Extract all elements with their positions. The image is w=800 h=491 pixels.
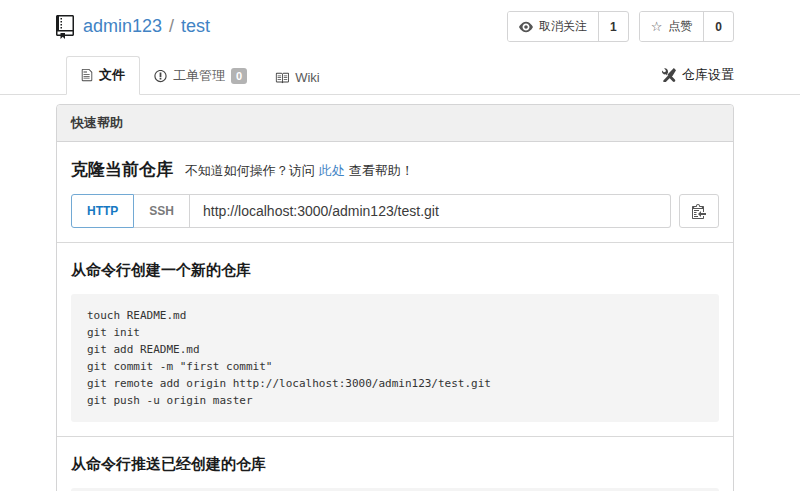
tab-settings-label: 仓库设置 bbox=[682, 66, 734, 84]
tab-wiki-label: Wiki bbox=[295, 70, 320, 85]
issue-icon bbox=[154, 69, 167, 83]
watch-button-group: 取消关注 1 bbox=[507, 11, 629, 42]
star-button-group: ☆ 点赞 0 bbox=[639, 11, 734, 42]
repo-actions: 取消关注 1 ☆ 点赞 0 bbox=[507, 11, 734, 42]
tab-wiki[interactable]: Wiki bbox=[261, 61, 334, 95]
breadcrumb: admin123 / test bbox=[56, 15, 210, 39]
create-repo-title: 从命令行创建一个新的仓库 bbox=[71, 261, 719, 280]
push-repo-segment: 从命令行推送已经创建的仓库 git remote add origin http… bbox=[57, 436, 733, 491]
panel-header: 快速帮助 bbox=[57, 105, 733, 142]
repo-tabbar: 文件 工单管理 0 Wiki 仓库设置 bbox=[0, 55, 800, 95]
repo-book-icon bbox=[56, 15, 74, 39]
tab-issues-label: 工单管理 bbox=[173, 67, 225, 85]
eye-icon bbox=[519, 20, 533, 34]
clone-hint: 不知道如何操作？访问此处查看帮助！ bbox=[185, 163, 414, 178]
unwatch-button[interactable]: 取消关注 bbox=[508, 12, 598, 41]
help-link[interactable]: 此处 bbox=[319, 163, 345, 178]
clone-hint-after: 查看帮助！ bbox=[349, 163, 414, 178]
create-repo-code-block: touch README.md git init git add README.… bbox=[71, 294, 719, 422]
create-repo-segment: 从命令行创建一个新的仓库 touch README.md git init gi… bbox=[57, 242, 733, 436]
file-icon bbox=[81, 68, 93, 82]
clone-hint-before: 不知道如何操作？访问 bbox=[185, 163, 315, 178]
tab-files-label: 文件 bbox=[99, 66, 125, 84]
unwatch-label: 取消关注 bbox=[539, 18, 587, 35]
tab-files[interactable]: 文件 bbox=[66, 56, 140, 95]
wiki-book-icon bbox=[275, 71, 289, 85]
tab-issues[interactable]: 工单管理 0 bbox=[140, 58, 261, 95]
ssh-protocol-button[interactable]: SSH bbox=[134, 194, 190, 228]
clone-url-input[interactable] bbox=[190, 194, 671, 228]
breadcrumb-separator: / bbox=[169, 16, 174, 37]
issues-count-badge: 0 bbox=[231, 68, 247, 84]
tab-repo-settings[interactable]: 仓库设置 bbox=[662, 57, 734, 94]
clipboard-icon bbox=[692, 203, 706, 219]
star-button[interactable]: ☆ 点赞 bbox=[640, 12, 704, 41]
watchers-count[interactable]: 1 bbox=[598, 12, 628, 41]
clone-url-row: HTTP SSH bbox=[71, 194, 719, 228]
copy-clone-url-button[interactable] bbox=[679, 194, 719, 228]
star-icon: ☆ bbox=[651, 20, 663, 33]
star-label: 点赞 bbox=[668, 18, 692, 35]
repo-owner-link[interactable]: admin123 bbox=[83, 16, 162, 37]
quick-guide-panel: 快速帮助 克隆当前仓库 不知道如何操作？访问此处查看帮助！ HTTP SSH 从… bbox=[56, 104, 734, 491]
push-repo-title: 从命令行推送已经创建的仓库 bbox=[71, 455, 719, 474]
clone-segment: 克隆当前仓库 不知道如何操作？访问此处查看帮助！ HTTP SSH bbox=[57, 142, 733, 242]
repo-header: admin123 / test 取消关注 1 ☆ 点赞 0 bbox=[56, 0, 734, 51]
http-protocol-button[interactable]: HTTP bbox=[71, 194, 134, 228]
clone-title: 克隆当前仓库 bbox=[71, 160, 173, 179]
stars-count[interactable]: 0 bbox=[703, 12, 733, 41]
repo-name-link[interactable]: test bbox=[181, 16, 210, 37]
tools-icon bbox=[662, 68, 676, 82]
